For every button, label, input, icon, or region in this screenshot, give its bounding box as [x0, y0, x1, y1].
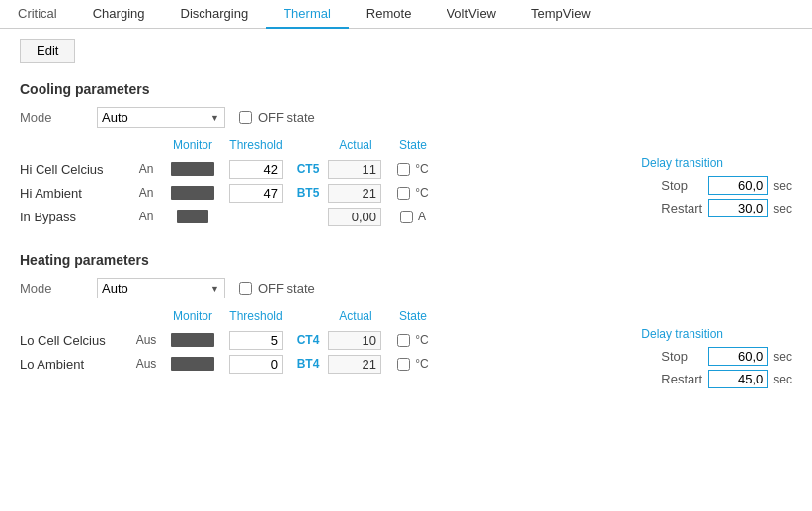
- cooling-stop-input[interactable]: [708, 176, 768, 195]
- heating-section: Heating parameters Mode Auto OFF state: [20, 252, 792, 388]
- in-bypass-an: An: [139, 210, 154, 223]
- in-bypass-label: In Bypass: [20, 210, 76, 224]
- hi-ambient-state-cb[interactable]: [397, 187, 410, 200]
- lo-cell-ctbt: CT4: [297, 333, 320, 347]
- heating-mode-row: Mode Auto OFF state: [20, 278, 792, 298]
- table-row: Lo Cell Celcius Aus CT4: [20, 328, 611, 352]
- in-bypass-unit: A: [418, 210, 426, 223]
- heating-params-outer: Monitor Threshold Actual State: [20, 306, 792, 388]
- lo-cell-bar-bg: [171, 333, 214, 347]
- cooling-params-left: Monitor Threshold Actual State: [20, 135, 611, 228]
- cooling-delay-section: Delay transition Stop sec Restart sec: [641, 135, 792, 217]
- hi-ambient-bar-bg: [171, 186, 214, 200]
- heating-mode-select-wrapper: Auto: [97, 278, 225, 298]
- lo-cell-monitor-bar: [171, 333, 214, 347]
- cooling-off-state-label: OFF state: [258, 110, 315, 125]
- cooling-section: Cooling parameters Mode Auto OFF state: [20, 81, 792, 228]
- heating-restart-label: Restart: [661, 372, 702, 386]
- lo-cell-unit: °C: [415, 333, 428, 347]
- heating-delay-header: Delay transition: [641, 327, 723, 341]
- edit-button[interactable]: Edit: [20, 39, 75, 63]
- table-row: Hi Cell Celcius An CT5: [20, 157, 611, 181]
- cooling-mode-select[interactable]: Auto: [97, 107, 225, 128]
- hi-cell-state-cb[interactable]: [397, 163, 410, 176]
- cooling-params-outer: Monitor Threshold Actual State: [20, 135, 792, 228]
- in-bypass-monitor-bar: [177, 210, 208, 223]
- lo-ambient-threshold-input[interactable]: [229, 355, 283, 374]
- heating-restart-input[interactable]: [708, 370, 768, 388]
- hi-cell-threshold-input[interactable]: [229, 160, 283, 179]
- hi-cell-ctbt: CT5: [297, 162, 320, 176]
- lo-ambient-ctbt: BT4: [297, 357, 320, 371]
- hi-cell-label: Hi Cell Celcius: [20, 162, 104, 177]
- cooling-state-header: State: [399, 138, 427, 152]
- hi-cell-bar-bg: [171, 162, 214, 176]
- lo-cell-label: Lo Cell Celcius: [20, 333, 106, 348]
- heating-off-state-label: OFF state: [258, 281, 315, 296]
- in-bypass-actual: 0,00: [328, 208, 381, 226]
- cooling-restart-input[interactable]: [708, 199, 768, 217]
- heating-stop-sec: sec: [773, 350, 792, 364]
- main-content: Edit Cooling parameters Mode Auto OFF st…: [0, 29, 812, 404]
- lo-cell-actual: 10: [328, 331, 381, 350]
- heating-stop-input[interactable]: [708, 347, 768, 366]
- cooling-delay-header: Delay transition: [641, 156, 723, 170]
- heating-state-header: State: [399, 309, 427, 323]
- hi-cell-monitor-bar: [171, 162, 214, 176]
- heating-mode-select[interactable]: Auto: [97, 278, 225, 298]
- hi-ambient-actual: 21: [328, 184, 381, 203]
- hi-cell-an: An: [139, 162, 154, 176]
- lo-cell-an: Aus: [136, 333, 157, 347]
- lo-ambient-monitor-bar: [171, 357, 214, 371]
- cooling-mode-select-wrapper: Auto: [97, 107, 225, 128]
- cooling-threshold-header: Threshold: [229, 138, 282, 152]
- heating-title: Heating parameters: [20, 252, 792, 268]
- cooling-mode-row: Mode Auto OFF state: [20, 107, 792, 128]
- lo-ambient-unit: °C: [415, 357, 428, 371]
- heating-params-left: Monitor Threshold Actual State: [20, 306, 611, 376]
- heating-mode-label: Mode: [20, 281, 89, 296]
- tab-voltview[interactable]: VoltView: [429, 0, 514, 29]
- cooling-stop-sec: sec: [773, 179, 792, 193]
- cooling-off-state-row: OFF state: [239, 110, 315, 125]
- hi-ambient-unit: °C: [415, 186, 428, 200]
- lo-cell-state-cb[interactable]: [397, 334, 410, 347]
- heating-threshold-header: Threshold: [229, 309, 282, 323]
- lo-ambient-label: Lo Ambient: [20, 357, 84, 372]
- tab-critical[interactable]: Critical: [0, 0, 75, 29]
- tab-remote[interactable]: Remote: [349, 0, 430, 29]
- hi-cell-actual: 11: [328, 160, 381, 179]
- table-row: In Bypass An 0,00: [20, 205, 611, 228]
- lo-cell-threshold-input[interactable]: [229, 331, 283, 350]
- hi-ambient-ctbt: BT5: [297, 186, 320, 200]
- lo-ambient-state-cb[interactable]: [397, 358, 410, 371]
- cooling-restart-label: Restart: [661, 201, 702, 215]
- heating-header-row: Monitor Threshold Actual State: [20, 306, 611, 326]
- heating-delay-section: Delay transition Stop sec Restart sec: [641, 306, 792, 388]
- heating-stop-label: Stop: [661, 349, 702, 364]
- hi-ambient-threshold-input[interactable]: [229, 184, 283, 203]
- cooling-stop-label: Stop: [661, 178, 702, 193]
- heating-off-state-checkbox[interactable]: [239, 282, 252, 295]
- table-row: Lo Ambient Aus BT4: [20, 352, 611, 376]
- cooling-title: Cooling parameters: [20, 81, 792, 97]
- tab-charging[interactable]: Charging: [75, 0, 163, 29]
- cooling-actual-header: Actual: [339, 138, 371, 152]
- hi-ambient-monitor-bar: [171, 186, 214, 200]
- tab-discharging[interactable]: Discharging: [163, 0, 267, 29]
- tab-tempview[interactable]: TempView: [514, 0, 609, 29]
- heating-monitor-header: Monitor: [173, 309, 212, 323]
- tab-thermal[interactable]: Thermal: [266, 0, 349, 29]
- cooling-header-row: Monitor Threshold Actual State: [20, 135, 611, 155]
- cooling-restart-row: Restart sec: [661, 199, 792, 217]
- cooling-off-state-checkbox[interactable]: [239, 111, 252, 124]
- hi-ambient-an: An: [139, 186, 154, 200]
- cooling-mode-label: Mode: [20, 110, 89, 125]
- cooling-stop-row: Stop sec: [661, 176, 792, 195]
- in-bypass-state-cb[interactable]: [400, 211, 413, 223]
- hi-ambient-label: Hi Ambient: [20, 186, 82, 201]
- tab-bar: Critical Charging Discharging Thermal Re…: [0, 0, 812, 29]
- cooling-monitor-header: Monitor: [173, 138, 212, 152]
- lo-ambient-an: Aus: [136, 357, 157, 371]
- heating-stop-row: Stop sec: [661, 347, 792, 366]
